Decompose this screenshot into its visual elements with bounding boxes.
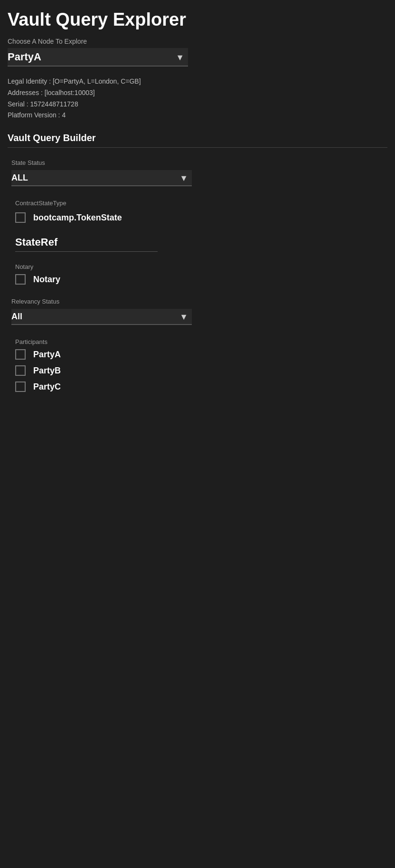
node-info: Legal Identity : [O=PartyA, L=London, C=… [8, 76, 387, 121]
addresses: Addresses : [localhost:10003] [8, 87, 387, 99]
node-selector[interactable]: PartyA PartyB PartyC [8, 48, 188, 67]
relevancy-status-select[interactable]: All RELEVANT ALL_VISIBLE [11, 309, 192, 325]
party-c-checkbox[interactable] [15, 382, 26, 392]
state-status-label: State Status [11, 159, 387, 166]
participants-label: Participants [15, 338, 387, 345]
party-b-row: PartyB [15, 365, 387, 376]
party-a-label[interactable]: PartyA [33, 350, 61, 360]
party-b-label[interactable]: PartyB [33, 366, 61, 376]
serial: Serial : 1572448711728 [8, 99, 387, 110]
party-a-row: PartyA [15, 349, 387, 360]
vault-query-builder-title: Vault Query Builder [8, 133, 387, 143]
state-ref-title: StateRef [11, 236, 387, 248]
state-ref-divider [15, 251, 158, 252]
participants-section: Participants PartyA PartyB PartyC [11, 338, 387, 392]
notary-label: Notary [15, 263, 387, 270]
state-status-select[interactable]: ALL UNCONSUMED CONSUMED [11, 170, 192, 186]
state-status-select-wrapper: ALL UNCONSUMED CONSUMED ▼ [11, 170, 192, 186]
notary-checkbox-label[interactable]: Notary [33, 275, 60, 285]
party-b-checkbox[interactable] [15, 365, 26, 376]
relevancy-status-group: Relevancy Status All RELEVANT ALL_VISIBL… [11, 298, 387, 325]
party-c-label[interactable]: PartyC [33, 382, 61, 392]
party-c-row: PartyC [15, 382, 387, 392]
platform-version: Platform Version : 4 [8, 110, 387, 121]
notary-checkbox-row: Notary [15, 274, 387, 285]
page-title: Vault Query Explorer [8, 10, 387, 30]
section-divider [8, 147, 387, 148]
contract-state-type-label: ContractStateType [15, 200, 387, 207]
party-a-checkbox[interactable] [15, 349, 26, 360]
node-selector-label: Choose A Node To Explore [8, 38, 387, 45]
relevancy-status-select-wrapper: All RELEVANT ALL_VISIBLE ▼ [11, 309, 192, 325]
notary-section: Notary Notary [11, 263, 387, 285]
token-state-label[interactable]: bootcamp.TokenState [33, 213, 122, 223]
legal-identity: Legal Identity : [O=PartyA, L=London, C=… [8, 76, 387, 87]
notary-checkbox[interactable] [15, 274, 26, 285]
contract-state-checkbox-row: bootcamp.TokenState [15, 212, 387, 223]
relevancy-status-label: Relevancy Status [11, 298, 387, 305]
node-selector-wrapper: PartyA PartyB PartyC ▼ [8, 48, 188, 67]
token-state-checkbox[interactable] [15, 212, 26, 223]
state-status-group: State Status ALL UNCONSUMED CONSUMED ▼ [11, 159, 387, 186]
query-builder: State Status ALL UNCONSUMED CONSUMED ▼ C… [8, 159, 387, 392]
contract-state-type-section: ContractStateType bootcamp.TokenState [11, 200, 387, 223]
